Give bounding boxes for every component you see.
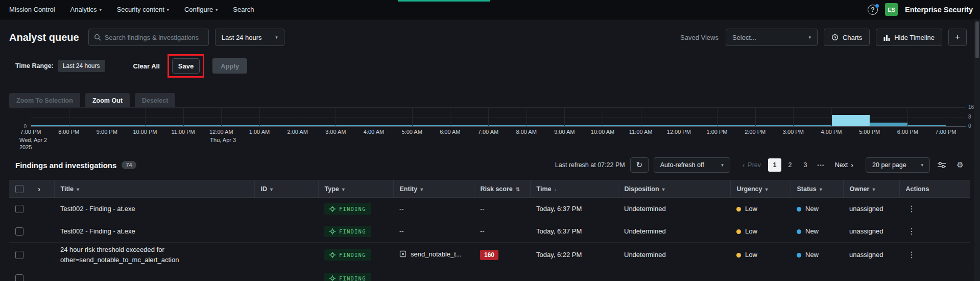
nav-analytics[interactable]: Analytics▾: [70, 6, 102, 13]
x-tick-label: 7:00 PM: [20, 129, 41, 135]
row-actions-menu[interactable]: ⋮: [905, 204, 918, 213]
timeline-bar[interactable]: [756, 125, 794, 126]
hide-timeline-button[interactable]: Hide Timeline: [876, 29, 942, 46]
timeline-bar[interactable]: [260, 125, 298, 126]
vertical-gridline: [298, 108, 298, 126]
pagination-ellipsis[interactable]: •••: [817, 162, 825, 168]
page-button-3[interactable]: 3: [799, 158, 812, 172]
per-page-dropdown[interactable]: 20 per page▾: [866, 157, 930, 173]
timeline-bar[interactable]: [794, 125, 831, 126]
timeline-bar[interactable]: [450, 125, 488, 126]
column-header-time[interactable]: Time↓: [530, 180, 618, 198]
table-row[interactable]: FINDING: [9, 267, 970, 281]
sort-caret-icon: ▾: [662, 186, 665, 192]
timeline-bar[interactable]: [146, 125, 183, 126]
row-actions-menu[interactable]: ⋮: [905, 227, 918, 236]
timeline-bar[interactable]: [489, 125, 527, 126]
expand-all-chevron[interactable]: ›: [38, 184, 40, 193]
table-row[interactable]: Test002 - Finding - at.exe FINDING -- --…: [9, 220, 970, 243]
column-header-urgency[interactable]: Urgency▾: [730, 180, 791, 198]
timeline-bar[interactable]: [184, 125, 222, 126]
timeline-bar[interactable]: [641, 125, 679, 126]
nav-search[interactable]: Search: [233, 6, 254, 13]
nav-menu: Mission Control Analytics▾ Security cont…: [9, 6, 269, 13]
nav-mission-control[interactable]: Mission Control: [9, 6, 55, 13]
timeline-bar[interactable]: [565, 125, 603, 126]
timeline-bar[interactable]: [679, 125, 717, 126]
scrollbar-thumb[interactable]: [975, 21, 979, 58]
zoom-to-selection-button[interactable]: Zoom To Selection: [9, 93, 80, 108]
save-button[interactable]: Save: [172, 58, 200, 74]
timeline-bar[interactable]: [222, 125, 259, 126]
search-box[interactable]: [88, 29, 209, 46]
nav-security-content[interactable]: Security content▾: [117, 6, 169, 13]
bar-chart-icon: [883, 34, 890, 41]
column-header-disposition[interactable]: Disposition▾: [618, 180, 730, 198]
next-page-button[interactable]: Next›: [835, 161, 853, 169]
row-checkbox[interactable]: [15, 227, 23, 236]
time-range-dropdown[interactable]: Last 24 hours▾: [215, 29, 284, 46]
column-header-status[interactable]: Status▾: [791, 180, 843, 198]
x-tick-label: 2:00 AM: [287, 129, 307, 135]
column-header-id[interactable]: ID▾: [254, 180, 318, 198]
prev-page-button[interactable]: ‹Prev: [743, 161, 761, 169]
auto-refresh-dropdown[interactable]: Auto-refresh off▾: [654, 157, 730, 173]
vertical-gridline: [946, 108, 946, 126]
add-button[interactable]: +: [948, 29, 967, 46]
row-checkbox[interactable]: [15, 205, 23, 213]
sliders-icon: [938, 161, 946, 169]
sort-caret-icon: ▾: [77, 186, 79, 192]
row-actions-menu[interactable]: ⋮: [905, 250, 918, 259]
timeline-bar[interactable]: [374, 125, 412, 126]
apply-button[interactable]: Apply: [212, 58, 247, 74]
column-header-entity[interactable]: Entity▾: [393, 180, 474, 198]
x-tick-label: 4:00 AM: [364, 129, 384, 135]
finding-title[interactable]: Test002 - Finding - at.exe: [60, 205, 135, 213]
timeline-bar[interactable]: [527, 125, 565, 126]
vertical-scrollbar[interactable]: [974, 19, 980, 281]
row-checkbox[interactable]: [15, 274, 23, 281]
clear-all-button[interactable]: Clear All: [133, 62, 160, 70]
page-button-2[interactable]: 2: [783, 158, 797, 172]
zoom-out-button[interactable]: Zoom Out: [85, 93, 130, 108]
timeline-bar[interactable]: [413, 125, 450, 126]
finding-title[interactable]: 24 hour risk threshold exceeded for othe…: [60, 246, 179, 264]
timeline-bar[interactable]: [336, 125, 374, 126]
deselect-button[interactable]: Deselect: [135, 93, 175, 108]
timeline-bar[interactable]: [908, 125, 946, 126]
toolbar: Analyst queue Last 24 hours▾ Saved Views…: [0, 28, 980, 47]
timeline-bar[interactable]: [69, 125, 107, 126]
nav-configure[interactable]: Configure▾: [184, 6, 218, 13]
findings-section-title: Findings and investigations: [15, 161, 116, 170]
timeline-bar[interactable]: [718, 125, 755, 126]
help-icon[interactable]: ?: [868, 5, 878, 15]
timeline-bar[interactable]: [107, 125, 145, 126]
refresh-button[interactable]: ↻: [630, 157, 649, 173]
column-settings-button[interactable]: [935, 158, 948, 172]
search-input[interactable]: [105, 34, 203, 41]
table-row[interactable]: Test002 - Finding - at.exe FINDING -- --…: [9, 198, 970, 220]
table-settings-button[interactable]: ⚙: [953, 158, 967, 172]
column-header-risk-score[interactable]: Risk score⇅: [474, 180, 530, 198]
timeline-plot-area[interactable]: [31, 107, 966, 127]
x-tick-label: 6:00 PM: [897, 129, 918, 135]
charts-button[interactable]: Charts: [824, 29, 870, 46]
timeline-bar[interactable]: [832, 115, 870, 127]
page-button-1[interactable]: 1: [768, 158, 781, 172]
select-all-checkbox[interactable]: [15, 185, 23, 193]
timeline-bar[interactable]: [603, 125, 641, 126]
timeline-bar[interactable]: [298, 125, 336, 126]
timeline-chart: 0 16 8 0 7:00 PM8:00 PM9:00 PM10:00 PM11…: [0, 107, 980, 156]
row-checkbox[interactable]: [15, 251, 23, 259]
timeline-bar[interactable]: [870, 123, 908, 126]
finding-title[interactable]: Test002 - Finding - at.exe: [60, 227, 135, 235]
table-row[interactable]: 24 hour risk threshold exceeded for othe…: [9, 243, 970, 267]
x-tick-label: 11:00 PM: [172, 129, 195, 135]
column-header-type[interactable]: Type▾: [318, 180, 393, 198]
timeline-bar[interactable]: [31, 125, 69, 126]
column-header-title[interactable]: Title▾: [54, 180, 254, 198]
saved-views-select[interactable]: Select...▾: [726, 29, 818, 46]
time-range-chip[interactable]: Last 24 hours: [58, 60, 105, 72]
entity-value[interactable]: send_notable_t...: [411, 250, 462, 258]
column-header-owner[interactable]: Owner▾: [843, 180, 899, 198]
